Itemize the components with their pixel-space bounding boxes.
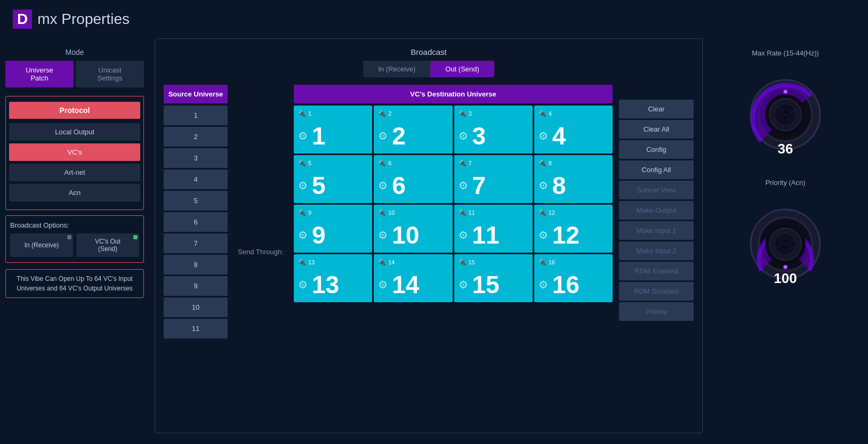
tab-in-receive[interactable]: In (Receive): [363, 61, 430, 77]
clear-all-button[interactable]: Clear All: [619, 120, 694, 139]
make-input1-button[interactable]: Make Input 1: [619, 221, 694, 240]
subnet-view-button[interactable]: Subnet View: [619, 181, 694, 199]
mode-unicast-settings[interactable]: UnicastSettings: [76, 61, 144, 87]
dest-cell-15-small: 15: [469, 259, 475, 265]
dest-cell-14-number: 14: [392, 272, 419, 297]
mode-universe-patch[interactable]: UniversePatch: [5, 61, 74, 87]
config-all-button[interactable]: Config All: [619, 160, 694, 179]
dest-cell-1-small: 1: [308, 110, 311, 117]
protocol-artnet[interactable]: Art-net: [9, 164, 140, 181]
dest-cell-14[interactable]: 🔌 14 ⚙ 14: [374, 254, 452, 302]
dest-cell-5-small: 5: [308, 160, 311, 166]
dest-cell-14-icon: 🔌: [378, 259, 386, 266]
info-box: This Vibe Can Open Up To 64 VC's Input U…: [5, 269, 144, 298]
dest-cell-5-number: 5: [312, 173, 326, 198]
center-panel: Broadcast In (Receive) Out (Send) Source…: [155, 38, 703, 433]
dest-cell-4[interactable]: 🔌 4 ⚙ 4: [534, 106, 613, 154]
dest-cell-9-number: 9: [312, 223, 326, 247]
source-universe-header: Source Universe: [164, 85, 228, 103]
dest-cell-8[interactable]: 🔌 8 ⚙ 8: [534, 155, 613, 203]
source-item-7[interactable]: 7: [164, 233, 228, 253]
dest-cell-16[interactable]: 🔌 16 ⚙ 16: [534, 254, 613, 302]
dest-cell-10[interactable]: 🔌 10 ⚙ 10: [374, 205, 452, 253]
dest-cell-7[interactable]: 🔌 7 ⚙ 7: [454, 155, 533, 203]
dest-cell-5-gear: ⚙: [298, 179, 308, 192]
dest-cell-15-gear: ⚙: [459, 278, 468, 291]
source-item-11[interactable]: 11: [164, 319, 228, 338]
dest-cell-9-small: 9: [308, 209, 311, 216]
destination-area: VC's Destination Universe 🔌 1 ⚙ 1 🔌: [294, 85, 613, 419]
dest-cell-10-icon: 🔌: [378, 209, 386, 216]
broadcast-options: Broadcast Options: In (Receive) VC's Out…: [5, 215, 144, 263]
dest-cell-12[interactable]: 🔌 12 ⚙ 12: [534, 205, 613, 253]
source-item-2[interactable]: 2: [164, 127, 228, 147]
dest-cell-3-gear: ⚙: [459, 130, 468, 142]
source-item-4[interactable]: 4: [164, 169, 228, 189]
broadcast-in-receive[interactable]: In (Receive): [10, 233, 73, 257]
destination-header: VC's Destination Universe: [294, 85, 613, 103]
dest-cell-11[interactable]: 🔌 11 ⚙ 11: [454, 205, 533, 253]
left-panel: Mode UniversePatch UnicastSettings Proto…: [5, 48, 144, 298]
priority-button[interactable]: Priority: [619, 302, 694, 321]
dest-cell-11-gear: ⚙: [459, 229, 468, 241]
dest-cell-13-number: 13: [312, 272, 339, 297]
dest-cell-13[interactable]: 🔌 13 ⚙ 13: [294, 254, 372, 302]
page-title-bar: D mx Properties: [0, 0, 868, 38]
protocol-box: Protocol Local Output VC's Art-net Acn: [5, 96, 144, 210]
svg-point-10: [784, 91, 786, 93]
source-item-3[interactable]: 3: [164, 148, 228, 168]
dest-cell-2[interactable]: 🔌 2 ⚙ 2: [374, 106, 452, 154]
dest-cell-14-gear: ⚙: [378, 278, 388, 291]
config-button[interactable]: Config: [619, 140, 694, 159]
send-through-label: Send Through:: [238, 248, 284, 256]
in-receive-indicator: [67, 235, 71, 239]
vcs-out-indicator: [133, 235, 138, 239]
dest-cell-7-icon: 🔌: [459, 159, 467, 167]
dest-cell-14-small: 14: [388, 259, 395, 265]
dest-cell-11-small: 11: [469, 209, 475, 216]
max-rate-knob-container[interactable]: 36: [748, 61, 823, 168]
dest-cell-16-small: 16: [549, 259, 555, 265]
priority-value: 100: [774, 270, 797, 287]
source-item-8[interactable]: 8: [164, 255, 228, 275]
max-rate-label: Max Rate (15-44(Hz)): [752, 49, 819, 57]
dest-cell-4-number: 4: [552, 124, 566, 148]
dest-cell-16-gear: ⚙: [539, 278, 548, 291]
dest-cell-1-icon: 🔌: [298, 110, 306, 117]
make-input2-button[interactable]: Make Input 2: [619, 241, 694, 260]
rdm-disabled-button[interactable]: RDM Disabled: [619, 282, 694, 301]
broadcast-vcs-out[interactable]: VC's Out(Send): [76, 233, 139, 257]
dest-cell-12-number: 12: [552, 223, 580, 247]
source-item-1[interactable]: 1: [164, 106, 228, 125]
dest-cell-10-number: 10: [392, 223, 419, 247]
make-output-button[interactable]: Make Output: [619, 201, 694, 220]
rdm-enabled-button[interactable]: RDM Enabled: [619, 262, 694, 280]
protocol-vcs[interactable]: VC's: [9, 143, 140, 161]
source-item-6[interactable]: 6: [164, 212, 228, 232]
source-item-5[interactable]: 5: [164, 191, 228, 211]
priority-knob-container[interactable]: 100: [748, 191, 823, 297]
source-item-10[interactable]: 10: [164, 297, 228, 317]
dest-cell-7-small: 7: [469, 160, 472, 166]
dest-cell-10-gear: ⚙: [378, 229, 388, 241]
dest-cell-2-number: 2: [392, 124, 406, 148]
dest-cell-5[interactable]: 🔌 5 ⚙ 5: [294, 155, 372, 203]
dest-cell-9[interactable]: 🔌 9 ⚙ 9: [294, 205, 372, 253]
dest-cell-2-gear: ⚙: [378, 130, 388, 142]
tab-out-send[interactable]: Out (Send): [430, 61, 494, 77]
broadcast-options-title: Broadcast Options:: [10, 221, 139, 229]
source-item-9[interactable]: 9: [164, 276, 228, 296]
dest-cell-15[interactable]: 🔌 15 ⚙ 15: [454, 254, 533, 302]
dest-cell-3[interactable]: 🔌 3 ⚙ 3: [454, 106, 533, 154]
clear-button[interactable]: Clear: [619, 100, 694, 118]
title-d: D: [13, 10, 32, 29]
dest-cell-9-gear: ⚙: [298, 229, 308, 241]
protocol-local-output[interactable]: Local Output: [9, 123, 140, 141]
protocol-acn[interactable]: Acn: [9, 184, 140, 201]
dest-cell-4-small: 4: [549, 110, 552, 117]
dest-cell-8-icon: 🔌: [539, 159, 546, 167]
dest-cell-6[interactable]: 🔌 6 ⚙ 6: [374, 155, 452, 203]
dest-cell-1[interactable]: 🔌 1 ⚙ 1: [294, 106, 372, 154]
dest-cell-16-icon: 🔌: [539, 259, 546, 266]
dest-cell-15-number: 15: [472, 272, 500, 297]
